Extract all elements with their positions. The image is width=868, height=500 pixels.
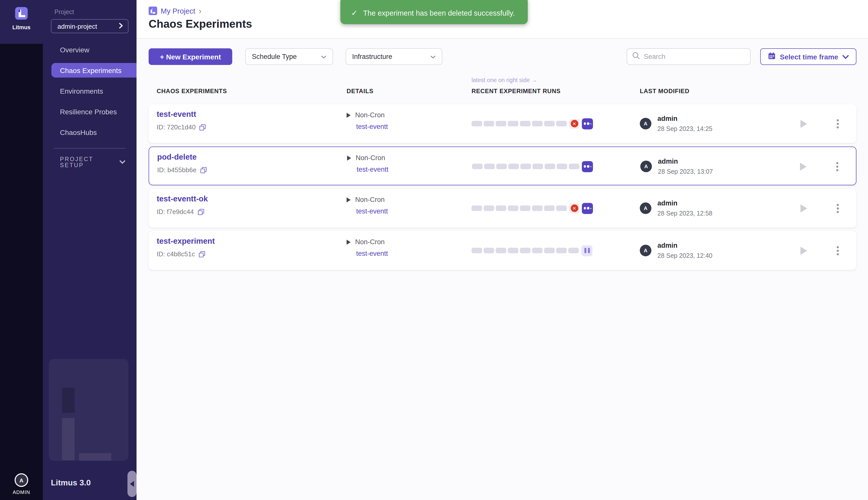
project-name: admin-project bbox=[57, 22, 97, 30]
experiments-list: test-eventt ID: 720c1d40 Non-Cron test-e… bbox=[149, 104, 856, 273]
copy-icon[interactable] bbox=[198, 209, 204, 215]
paused-run-icon[interactable] bbox=[581, 245, 593, 256]
experiment-name-link[interactable]: test-eventt bbox=[157, 110, 206, 119]
experiment-name-link[interactable]: test-experiment bbox=[157, 237, 215, 246]
recent-runs-cell bbox=[472, 231, 593, 270]
last-modified-cell: A admin 28 Sep 2023, 12:40 bbox=[640, 231, 712, 270]
infrastructure-link[interactable]: test-eventt bbox=[357, 166, 388, 173]
recent-runs-cell: ✕ bbox=[472, 104, 593, 143]
run-placeholder bbox=[508, 248, 518, 253]
project-setup-toggle[interactable]: PROJECT SETUP bbox=[60, 156, 125, 168]
running-run-icon[interactable] bbox=[582, 203, 593, 214]
brand-label: Litmus bbox=[0, 24, 43, 30]
column-header-modified: LAST MODIFIED bbox=[640, 88, 689, 95]
calendar-icon bbox=[768, 52, 776, 61]
select-timeframe-button[interactable]: Select time frame bbox=[760, 48, 856, 65]
sidebar-item-resilience-probes[interactable]: Resilience Probes bbox=[43, 101, 136, 122]
user-label: ADMIN bbox=[0, 489, 43, 495]
copy-icon[interactable] bbox=[201, 167, 206, 173]
check-icon: ✓ bbox=[351, 9, 358, 18]
run-placeholder bbox=[496, 121, 506, 126]
experiment-id: ID: b455bb6e bbox=[157, 166, 196, 174]
sidebar-item-chaos-experiments[interactable]: Chaos Experiments bbox=[52, 63, 136, 78]
experiment-row[interactable]: pod-delete ID: b455bb6e Non-Cron test-ev… bbox=[149, 147, 856, 185]
avatar: A bbox=[640, 245, 651, 256]
search-icon bbox=[632, 52, 640, 61]
copy-icon[interactable] bbox=[200, 124, 206, 130]
run-placeholder bbox=[484, 205, 494, 211]
experiment-id: ID: 720c1d40 bbox=[157, 123, 196, 131]
experiment-row[interactable]: test-experiment ID: c4b8c51c Non-Cron te… bbox=[149, 231, 856, 270]
experiment-details-cell: Non-Cron test-eventt bbox=[347, 111, 388, 130]
experiment-id: ID: c4b8c51c bbox=[157, 250, 195, 258]
chevron-down-icon bbox=[120, 159, 125, 165]
schedule-type-select[interactable]: Schedule Type bbox=[245, 48, 333, 65]
experiment-name-cell: test-eventt-ok ID: f7e9dc44 bbox=[157, 194, 208, 216]
kebab-menu-icon[interactable] bbox=[834, 160, 841, 173]
experiment-details-cell: Non-Cron test-eventt bbox=[347, 196, 388, 215]
recent-runs-cell: ✕ bbox=[472, 189, 593, 228]
run-placeholder bbox=[544, 121, 555, 126]
chevron-down-icon bbox=[430, 53, 436, 60]
play-icon bbox=[347, 155, 351, 160]
column-header-details: DETAILS bbox=[347, 88, 374, 95]
run-placeholder bbox=[472, 205, 482, 211]
infrastructure-select[interactable]: Infrastructure bbox=[346, 48, 442, 65]
run-placeholder bbox=[508, 121, 518, 126]
run-placeholder bbox=[484, 164, 495, 169]
litmus-logo-icon bbox=[15, 7, 28, 20]
run-placeholder bbox=[484, 248, 494, 253]
user-avatar[interactable]: A bbox=[15, 473, 28, 487]
breadcrumb: My Project › bbox=[149, 7, 202, 15]
experiment-id: ID: f7e9dc44 bbox=[157, 208, 194, 216]
run-placeholder bbox=[520, 121, 530, 126]
experiment-name-link[interactable]: pod-delete bbox=[157, 152, 206, 162]
experiment-row[interactable]: test-eventt ID: 720c1d40 Non-Cron test-e… bbox=[149, 104, 856, 143]
run-experiment-button[interactable] bbox=[800, 163, 807, 171]
modified-date: 28 Sep 2023, 14:25 bbox=[657, 125, 712, 133]
chevron-right-icon bbox=[119, 22, 123, 30]
project-selector[interactable]: admin-project bbox=[51, 19, 128, 33]
sidebar-item-environments[interactable]: Environments bbox=[43, 81, 136, 101]
recent-runs-cell bbox=[472, 147, 593, 186]
last-modified-cell: A admin 28 Sep 2023, 14:25 bbox=[640, 104, 712, 143]
running-run-icon[interactable] bbox=[582, 118, 593, 129]
run-placeholder bbox=[556, 121, 567, 126]
schedule-type: Non-Cron bbox=[355, 111, 385, 119]
brand-strip: Litmus A ADMIN bbox=[0, 0, 43, 500]
copy-icon[interactable] bbox=[199, 251, 205, 257]
breadcrumb-logo-icon bbox=[149, 7, 157, 15]
run-experiment-button[interactable] bbox=[800, 120, 807, 128]
sidebar-item-overview[interactable]: Overview bbox=[43, 39, 136, 60]
running-run-icon[interactable] bbox=[582, 161, 593, 172]
infrastructure-link[interactable]: test-eventt bbox=[356, 250, 388, 257]
run-placeholder bbox=[472, 248, 482, 253]
run-placeholder bbox=[557, 164, 567, 169]
sidebar-item-chaoshubs[interactable]: ChaosHubs bbox=[43, 122, 136, 143]
experiment-name-link[interactable]: test-eventt-ok bbox=[157, 194, 208, 203]
new-experiment-button[interactable]: + New Experiment bbox=[149, 48, 232, 65]
run-placeholder bbox=[520, 205, 530, 211]
run-placeholder bbox=[472, 121, 482, 126]
failed-run-icon[interactable]: ✕ bbox=[569, 203, 579, 213]
collapse-sidebar-icon[interactable] bbox=[127, 471, 136, 497]
kebab-menu-icon[interactable] bbox=[834, 244, 841, 257]
kebab-menu-icon[interactable] bbox=[834, 117, 841, 130]
experiment-name-cell: test-experiment ID: c4b8c51c bbox=[157, 237, 215, 258]
failed-run-icon[interactable]: ✕ bbox=[569, 118, 579, 129]
schedule-type: Non-Cron bbox=[355, 196, 385, 203]
kebab-menu-icon[interactable] bbox=[834, 202, 841, 215]
modified-by: admin bbox=[657, 242, 712, 249]
run-experiment-button[interactable] bbox=[800, 204, 807, 213]
breadcrumb-project-link[interactable]: My Project bbox=[161, 7, 195, 15]
modified-date: 28 Sep 2023, 13:07 bbox=[658, 168, 713, 175]
infrastructure-link[interactable]: test-eventt bbox=[356, 123, 388, 130]
infrastructure-link[interactable]: test-eventt bbox=[356, 207, 388, 215]
experiment-row[interactable]: test-eventt-ok ID: f7e9dc44 Non-Cron tes… bbox=[149, 189, 856, 228]
chevron-down-icon bbox=[321, 53, 326, 60]
sidebar: Project admin-project OverviewChaos Expe… bbox=[43, 0, 136, 500]
play-icon bbox=[347, 239, 351, 245]
run-experiment-button[interactable] bbox=[800, 247, 807, 255]
modified-by: admin bbox=[657, 200, 712, 207]
search-input[interactable] bbox=[644, 53, 745, 60]
